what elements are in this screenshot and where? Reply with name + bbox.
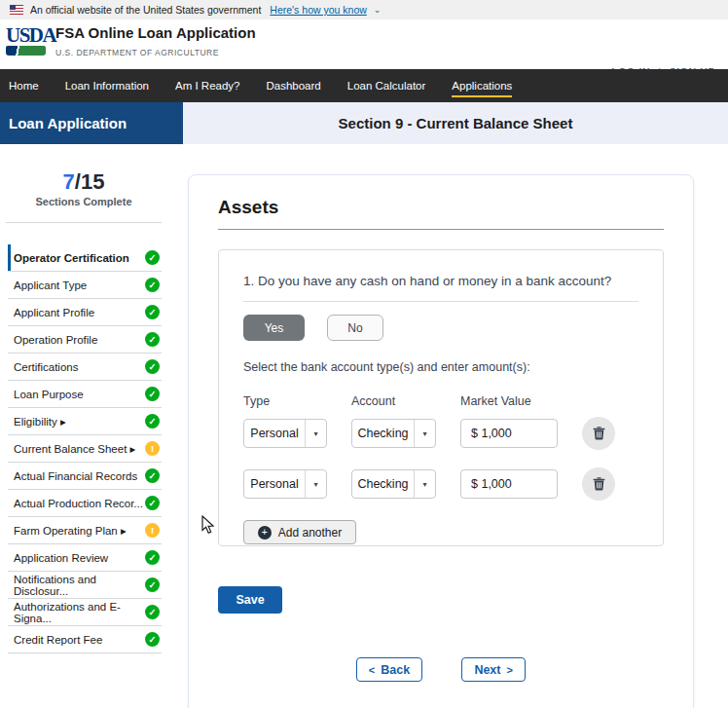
pagination-buttons: < Back Next > (218, 657, 664, 682)
usda-logo[interactable]: USDA (6, 26, 49, 56)
back-label: Back (381, 663, 410, 677)
sidebar-item-loan-purpose[interactable]: Loan Purpose ✓ (8, 381, 162, 408)
type-column-label: Type (243, 394, 327, 408)
delete-row-button[interactable] (582, 467, 615, 501)
chevron-down-icon: ⌄ (374, 5, 382, 15)
sidebar-item-label: Applicant Profile (14, 307, 94, 318)
sidebar-item-label: Operator Certification (14, 252, 129, 264)
sidebar-item-label: Credit Report Fee (14, 634, 102, 646)
type-select[interactable]: Personal ▾ (243, 419, 327, 448)
yes-no-group: Yes No (243, 315, 638, 341)
page-title: Assets (218, 197, 664, 218)
usda-logo-text: USDA (6, 26, 49, 45)
sidebar-item-authorizations-esignature[interactable]: Authorizations and E-Signa... ✓ (8, 599, 162, 626)
sidebar-item-label: Farm Operating Plan ▸ (14, 524, 127, 538)
nav-item-dashboard[interactable]: Dashboard (266, 74, 320, 97)
sidebar-item-application-review[interactable]: Application Review ✓ (8, 544, 162, 572)
bank-account-row: Personal ▾ Checking ▾ (243, 417, 638, 450)
add-another-button[interactable]: + Add another (243, 520, 356, 544)
market-value-input[interactable] (460, 469, 558, 499)
check-icon: ✓ (145, 359, 160, 374)
sidebar-item-applicant-type[interactable]: Applicant Type ✓ (8, 272, 162, 299)
usda-swoosh-icon (6, 46, 46, 56)
sidebar-item-applicant-profile[interactable]: Applicant Profile ✓ (8, 299, 162, 326)
section-title: Section 9 - Current Balance Sheet (183, 102, 728, 144)
question-divider (243, 301, 638, 302)
main-nav: Home Loan Information Am I Ready? Dashbo… (0, 69, 728, 102)
bank-account-row: Personal ▾ Checking ▾ (243, 467, 638, 501)
warning-icon: ! (145, 441, 160, 456)
market-value-column-label: Market Value (460, 394, 558, 408)
progress-divider (6, 222, 162, 223)
type-select-value: Personal (244, 477, 305, 491)
no-button[interactable]: No (327, 315, 383, 341)
sidebar-item-actual-production-records[interactable]: Actual Production Recor... ✓ (8, 490, 162, 517)
check-icon: ✓ (145, 332, 160, 347)
back-button[interactable]: < Back (356, 657, 422, 682)
how-you-know-link[interactable]: Here's how you know (270, 4, 366, 16)
plus-icon: + (258, 526, 272, 540)
type-select-value: Personal (244, 427, 305, 440)
sidebar-item-farm-operating-plan[interactable]: Farm Operating Plan ▸ ! (8, 517, 162, 544)
nav-item-applications[interactable]: Applications (452, 74, 512, 97)
check-icon: ✓ (145, 632, 160, 647)
save-button[interactable]: Save (218, 586, 282, 614)
sidebar-item-credit-report-fee[interactable]: Credit Report Fee ✓ (8, 626, 162, 653)
check-icon: ✓ (145, 305, 160, 319)
gov-banner-text: An official website of the United States… (30, 4, 261, 16)
sidebar-item-actual-financial-records[interactable]: Actual Financial Records ✓ (8, 463, 162, 490)
progress-label: Sections Complete (0, 196, 167, 207)
sidebar-item-label: Current Balance Sheet ▸ (14, 442, 135, 456)
nav-item-home[interactable]: Home (9, 74, 39, 97)
question-1-text: 1. Do you have any cash on hand or money… (243, 274, 638, 288)
sidebar-item-label: Notifications and Disclosur... (14, 574, 145, 597)
warning-icon: ! (145, 523, 160, 538)
sidebar-item-label: Certifications (14, 361, 78, 373)
check-icon: ✓ (145, 468, 160, 483)
account-select[interactable]: Checking ▾ (351, 419, 436, 448)
sidebar-item-operation-profile[interactable]: Operation Profile ✓ (8, 326, 162, 354)
sidebar-item-label: Authorizations and E-Signa... (14, 601, 145, 624)
fsa-loan-application-page: An official website of the United States… (0, 0, 728, 708)
sidebar-item-notifications-disclosures[interactable]: Notifications and Disclosur... ✓ (8, 572, 162, 599)
sidebar-item-eligibility[interactable]: Eligibility ▸ ✓ (8, 408, 162, 435)
us-flag-icon (10, 5, 23, 15)
chevron-left-icon: < (369, 664, 375, 676)
caret-down-icon: ▾ (306, 429, 326, 438)
chevron-right-icon: > (506, 664, 512, 676)
yes-button[interactable]: Yes (243, 315, 305, 341)
check-icon: ✓ (145, 250, 160, 265)
sidebar-item-label: Application Review (14, 552, 108, 564)
next-label: Next (474, 663, 500, 677)
sidebar-item-certifications[interactable]: Certifications ✓ (8, 354, 162, 381)
check-icon: ✓ (145, 414, 160, 429)
title-divider (218, 229, 664, 230)
account-select[interactable]: Checking ▾ (351, 469, 436, 499)
market-value-input[interactable] (460, 419, 558, 448)
sidebar-item-label: Loan Purpose (14, 389, 84, 400)
nav-item-loan-information[interactable]: Loan Information (65, 74, 149, 97)
loan-application-tab: Loan Application (0, 102, 183, 144)
sidebar-item-label: Eligibility ▸ (14, 415, 66, 429)
account-select-value: Checking (352, 427, 414, 440)
question-1-card: 1. Do you have any cash on hand or money… (218, 249, 664, 546)
caret-down-icon: ▾ (306, 480, 326, 489)
check-icon: ✓ (145, 278, 160, 292)
caret-down-icon: ▾ (415, 429, 435, 438)
progress-counter: 7/15 (0, 144, 167, 195)
type-select[interactable]: Personal ▾ (243, 469, 327, 499)
sidebar-item-current-balance-sheet[interactable]: Current Balance Sheet ▸ ! (8, 435, 162, 463)
sidebar-item-label: Applicant Type (14, 279, 87, 291)
next-button[interactable]: Next > (461, 657, 526, 682)
check-icon: ✓ (145, 496, 160, 510)
nav-item-am-i-ready[interactable]: Am I Ready? (175, 74, 239, 97)
delete-row-button[interactable] (582, 417, 615, 450)
check-icon: ✓ (145, 578, 160, 592)
add-another-label: Add another (278, 526, 342, 540)
sections-sidebar: 7/15 Sections Complete Operator Certific… (0, 144, 167, 653)
nav-item-loan-calculator[interactable]: Loan Calculator (347, 74, 426, 97)
sidebar-item-operator-certification[interactable]: Operator Certification ✓ (8, 244, 162, 272)
section-list: Operator Certification ✓ Applicant Type … (0, 244, 167, 653)
account-select-value: Checking (352, 477, 414, 491)
sidebar-item-label: Actual Production Recor... (14, 498, 143, 509)
